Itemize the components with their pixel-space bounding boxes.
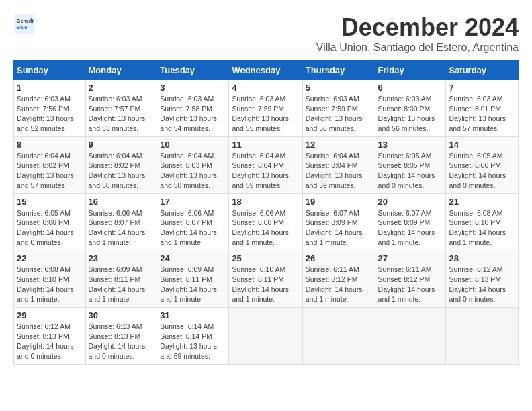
calendar-cell: 6Sunrise: 6:03 AM Sunset: 8:00 PM Daylig… (375, 80, 446, 137)
day-info: Sunrise: 6:03 AM Sunset: 8:01 PM Dayligh… (449, 94, 515, 134)
day-info: Sunrise: 6:05 AM Sunset: 8:05 PM Dayligh… (378, 151, 443, 191)
day-info: Sunrise: 6:03 AM Sunset: 7:59 PM Dayligh… (306, 94, 372, 134)
day-number: 21 (449, 197, 515, 207)
subtitle: Villa Union, Santiago del Estero, Argent… (316, 42, 519, 54)
day-info: Sunrise: 6:03 AM Sunset: 8:00 PM Dayligh… (378, 94, 443, 134)
day-info: Sunrise: 6:04 AM Sunset: 8:04 PM Dayligh… (306, 151, 372, 191)
calendar-cell: 5Sunrise: 6:03 AM Sunset: 7:59 PM Daylig… (302, 80, 375, 137)
day-info: Sunrise: 6:06 AM Sunset: 8:08 PM Dayligh… (232, 208, 299, 248)
calendar-cell (375, 308, 446, 365)
calendar-cell: 10Sunrise: 6:04 AM Sunset: 8:03 PM Dayli… (157, 136, 229, 193)
day-number: 19 (306, 197, 372, 207)
calendar-cell: 12Sunrise: 6:04 AM Sunset: 8:04 PM Dayli… (302, 136, 375, 193)
day-info: Sunrise: 6:03 AM Sunset: 7:56 PM Dayligh… (17, 94, 83, 134)
day-number: 1 (17, 83, 83, 93)
day-number: 25 (232, 253, 299, 263)
day-info: Sunrise: 6:10 AM Sunset: 8:11 PM Dayligh… (232, 265, 299, 304)
day-number: 9 (89, 140, 154, 150)
calendar-cell: 31Sunrise: 6:14 AM Sunset: 8:14 PM Dayli… (157, 308, 229, 365)
day-number: 27 (378, 253, 443, 263)
day-info: Sunrise: 6:07 AM Sunset: 8:09 PM Dayligh… (306, 208, 372, 248)
calendar-cell: 17Sunrise: 6:06 AM Sunset: 8:07 PM Dayli… (157, 193, 229, 250)
calendar-cell (229, 308, 302, 365)
calendar-day-header: Thursday (302, 61, 375, 80)
day-info: Sunrise: 6:07 AM Sunset: 8:09 PM Dayligh… (378, 208, 443, 248)
calendar-cell: 8Sunrise: 6:04 AM Sunset: 8:02 PM Daylig… (14, 136, 86, 193)
day-number: 18 (232, 197, 299, 207)
day-info: Sunrise: 6:04 AM Sunset: 8:02 PM Dayligh… (89, 151, 154, 191)
day-number: 20 (378, 197, 443, 207)
calendar-cell: 16Sunrise: 6:06 AM Sunset: 8:07 PM Dayli… (85, 193, 157, 250)
calendar-week-row: 1Sunrise: 6:03 AM Sunset: 7:56 PM Daylig… (14, 80, 519, 137)
calendar-week-row: 29Sunrise: 6:12 AM Sunset: 8:13 PM Dayli… (14, 308, 519, 365)
calendar-cell: 27Sunrise: 6:11 AM Sunset: 8:12 PM Dayli… (375, 250, 446, 308)
calendar-week-row: 15Sunrise: 6:05 AM Sunset: 8:06 PM Dayli… (14, 193, 519, 250)
day-number: 12 (306, 140, 372, 150)
calendar-cell: 11Sunrise: 6:04 AM Sunset: 8:04 PM Dayli… (229, 136, 302, 193)
logo-icon: General Blue (13, 13, 35, 35)
calendar-week-row: 8Sunrise: 6:04 AM Sunset: 8:02 PM Daylig… (14, 136, 519, 193)
main-title: December 2024 (316, 13, 519, 42)
calendar-day-header: Tuesday (157, 61, 229, 80)
calendar: SundayMondayTuesdayWednesdayThursdayFrid… (13, 60, 519, 365)
calendar-day-header: Sunday (14, 61, 86, 80)
title-block: December 2024 Villa Union, Santiago del … (316, 13, 519, 54)
day-number: 17 (160, 197, 226, 207)
calendar-cell: 22Sunrise: 6:08 AM Sunset: 8:10 PM Dayli… (14, 250, 86, 308)
day-info: Sunrise: 6:13 AM Sunset: 8:13 PM Dayligh… (89, 322, 154, 361)
day-info: Sunrise: 6:09 AM Sunset: 8:11 PM Dayligh… (89, 265, 154, 304)
calendar-cell: 21Sunrise: 6:08 AM Sunset: 8:10 PM Dayli… (446, 193, 519, 250)
day-info: Sunrise: 6:03 AM Sunset: 7:57 PM Dayligh… (89, 94, 154, 134)
calendar-cell: 24Sunrise: 6:09 AM Sunset: 8:11 PM Dayli… (157, 250, 229, 308)
day-number: 11 (232, 140, 299, 150)
calendar-cell: 20Sunrise: 6:07 AM Sunset: 8:09 PM Dayli… (375, 193, 446, 250)
calendar-cell: 19Sunrise: 6:07 AM Sunset: 8:09 PM Dayli… (302, 193, 375, 250)
calendar-cell: 1Sunrise: 6:03 AM Sunset: 7:56 PM Daylig… (14, 80, 86, 137)
day-number: 16 (89, 197, 154, 207)
day-info: Sunrise: 6:05 AM Sunset: 8:06 PM Dayligh… (17, 208, 83, 248)
day-number: 15 (17, 197, 83, 207)
day-info: Sunrise: 6:05 AM Sunset: 8:06 PM Dayligh… (449, 151, 515, 191)
day-info: Sunrise: 6:03 AM Sunset: 7:58 PM Dayligh… (160, 94, 226, 134)
day-info: Sunrise: 6:11 AM Sunset: 8:12 PM Dayligh… (378, 265, 443, 304)
calendar-header-row: SundayMondayTuesdayWednesdayThursdayFrid… (14, 61, 519, 80)
day-info: Sunrise: 6:04 AM Sunset: 8:03 PM Dayligh… (160, 151, 226, 191)
calendar-week-row: 22Sunrise: 6:08 AM Sunset: 8:10 PM Dayli… (14, 250, 519, 308)
calendar-day-header: Monday (85, 61, 157, 80)
day-number: 30 (89, 310, 154, 320)
day-info: Sunrise: 6:08 AM Sunset: 8:10 PM Dayligh… (449, 208, 515, 248)
calendar-body: 1Sunrise: 6:03 AM Sunset: 7:56 PM Daylig… (14, 80, 519, 365)
day-info: Sunrise: 6:12 AM Sunset: 8:13 PM Dayligh… (449, 265, 515, 304)
calendar-cell: 15Sunrise: 6:05 AM Sunset: 8:06 PM Dayli… (14, 193, 86, 250)
day-info: Sunrise: 6:06 AM Sunset: 8:07 PM Dayligh… (160, 208, 226, 248)
calendar-cell: 13Sunrise: 6:05 AM Sunset: 8:05 PM Dayli… (375, 136, 446, 193)
calendar-cell: 28Sunrise: 6:12 AM Sunset: 8:13 PM Dayli… (446, 250, 519, 308)
day-number: 24 (160, 253, 226, 263)
calendar-cell: 7Sunrise: 6:03 AM Sunset: 8:01 PM Daylig… (446, 80, 519, 137)
day-number: 13 (378, 140, 443, 150)
calendar-cell: 26Sunrise: 6:11 AM Sunset: 8:12 PM Dayli… (302, 250, 375, 308)
day-number: 5 (306, 83, 372, 93)
calendar-cell: 29Sunrise: 6:12 AM Sunset: 8:13 PM Dayli… (14, 308, 86, 365)
day-info: Sunrise: 6:04 AM Sunset: 8:04 PM Dayligh… (232, 151, 299, 191)
day-number: 8 (17, 140, 83, 150)
calendar-cell: 3Sunrise: 6:03 AM Sunset: 7:58 PM Daylig… (157, 80, 229, 137)
logo: General Blue (13, 13, 35, 35)
day-info: Sunrise: 6:14 AM Sunset: 8:14 PM Dayligh… (160, 322, 226, 361)
day-info: Sunrise: 6:12 AM Sunset: 8:13 PM Dayligh… (17, 322, 83, 361)
day-number: 28 (449, 253, 515, 263)
calendar-cell: 2Sunrise: 6:03 AM Sunset: 7:57 PM Daylig… (85, 80, 157, 137)
svg-text:Blue: Blue (17, 24, 28, 30)
day-number: 6 (378, 83, 443, 93)
day-info: Sunrise: 6:04 AM Sunset: 8:02 PM Dayligh… (17, 151, 83, 191)
calendar-cell: 9Sunrise: 6:04 AM Sunset: 8:02 PM Daylig… (85, 136, 157, 193)
day-number: 26 (306, 253, 372, 263)
calendar-cell (302, 308, 375, 365)
calendar-cell: 23Sunrise: 6:09 AM Sunset: 8:11 PM Dayli… (85, 250, 157, 308)
calendar-cell (446, 308, 519, 365)
day-number: 23 (89, 253, 154, 263)
day-number: 22 (17, 253, 83, 263)
day-number: 31 (160, 310, 226, 320)
day-number: 3 (160, 83, 226, 93)
calendar-cell: 14Sunrise: 6:05 AM Sunset: 8:06 PM Dayli… (446, 136, 519, 193)
